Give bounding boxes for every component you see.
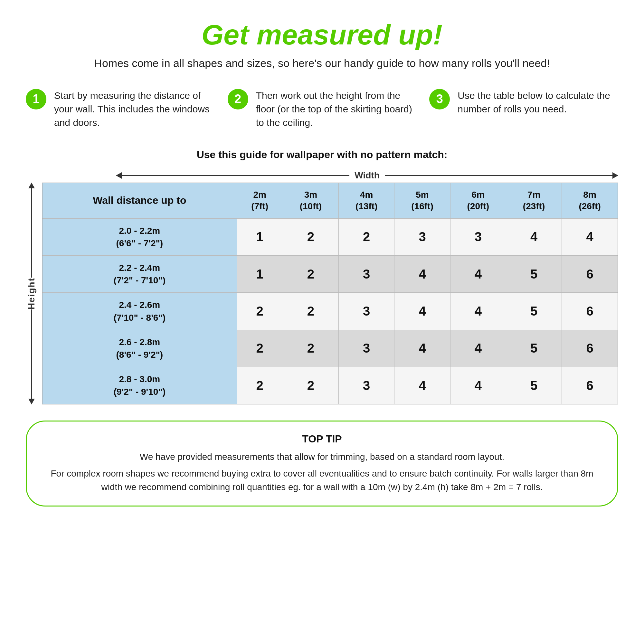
table-header-first: Wall distance up to	[42, 183, 237, 218]
step-2: 2 Then work out the height from the floo…	[228, 89, 417, 129]
cell-row4-col4: 4	[450, 367, 506, 404]
row-header-0: 2.0 - 2.2m(6'6" - 7'2")	[42, 218, 237, 255]
subtitle: Homes come in all shapes and sizes, so h…	[26, 57, 618, 70]
col-main-3: 5m	[416, 190, 429, 200]
col-sub-3: (16ft)	[411, 201, 433, 211]
row-header-2: 2.4 - 2.6m(7'10" - 8'6")	[42, 293, 237, 330]
col-main-0: 2m	[253, 190, 266, 200]
cell-row2-col5: 5	[506, 293, 562, 330]
cell-row4-col6: 6	[562, 367, 618, 404]
steps-container: 1 Start by measuring the distance of you…	[26, 89, 618, 129]
cell-row3-col3: 4	[394, 330, 450, 367]
cell-row1-col6: 6	[562, 255, 618, 292]
col-main-4: 6m	[472, 190, 485, 200]
height-label-col: Height	[26, 183, 42, 405]
main-title: Get measured up!	[26, 19, 618, 51]
table-header-row: Wall distance up to 2m (7ft) 3m (10ft) 4…	[42, 183, 618, 218]
cell-row1-col0: 1	[237, 255, 283, 292]
table-row: 2.6 - 2.8m(8'6" - 9'2")2234456	[42, 330, 618, 367]
cell-row1-col2: 3	[339, 255, 394, 292]
cell-row2-col6: 6	[562, 293, 618, 330]
cell-row3-col2: 3	[339, 330, 394, 367]
col-sub-6: (26ft)	[579, 201, 601, 211]
cell-row1-col1: 2	[283, 255, 338, 292]
height-shaft	[31, 188, 32, 278]
cell-row3-col6: 6	[562, 330, 618, 367]
width-arrow: Width	[116, 170, 618, 181]
cell-row3-col5: 5	[506, 330, 562, 367]
table-header-col-6: 8m (26ft)	[562, 183, 618, 218]
cell-row4-col2: 3	[339, 367, 394, 404]
cell-row1-col3: 4	[394, 255, 450, 292]
arrow-down-icon	[28, 399, 35, 404]
row-header-3: 2.6 - 2.8m(8'6" - 9'2")	[42, 330, 237, 367]
height-label: Height	[26, 278, 37, 309]
col-sub-4: (20ft)	[467, 201, 489, 211]
table-header-col-3: 5m (16ft)	[394, 183, 450, 218]
width-arrow-row: Width	[26, 170, 618, 181]
guide-label: Use this guide for wallpaper with no pat…	[26, 149, 618, 161]
row-header-4: 2.8 - 3.0m(9'2" - 9'10")	[42, 367, 237, 404]
col-main-6: 8m	[583, 190, 596, 200]
table-header-col-0: 2m (7ft)	[237, 183, 283, 218]
tip-text: We have provided measurements that allow…	[46, 450, 598, 494]
cell-row0-col4: 3	[450, 218, 506, 255]
step-1-text: Start by measuring the distance of your …	[54, 89, 215, 129]
table-header-col-1: 3m (10ft)	[283, 183, 338, 218]
cell-row4-col5: 5	[506, 367, 562, 404]
table-wrapper: Height Wall distance up to 2m (7ft) 3m (…	[26, 183, 618, 405]
cell-row2-col3: 4	[394, 293, 450, 330]
step-2-text: Then work out the height from the floor …	[256, 89, 417, 129]
table-row: 2.0 - 2.2m(6'6" - 7'2")1223344	[42, 218, 618, 255]
table-header-col-2: 4m (13ft)	[339, 183, 394, 218]
page: Get measured up! Homes come in all shape…	[26, 19, 618, 507]
cell-row4-col1: 2	[283, 367, 338, 404]
arrow-shaft-2	[385, 175, 612, 176]
cell-row0-col6: 4	[562, 218, 618, 255]
arrow-shaft	[122, 175, 349, 176]
cell-row0-col2: 2	[339, 218, 394, 255]
step-3-text: Use the table below to calculate the num…	[458, 89, 618, 116]
table-header-col-5: 7m (23ft)	[506, 183, 562, 218]
arrow-right-icon	[612, 172, 618, 179]
table-row: 2.8 - 3.0m(9'2" - 9'10")2234456	[42, 367, 618, 404]
table-row: 2.4 - 2.6m(7'10" - 8'6")2234456	[42, 293, 618, 330]
cell-row3-col4: 4	[450, 330, 506, 367]
cell-row4-col3: 4	[394, 367, 450, 404]
cell-row1-col4: 4	[450, 255, 506, 292]
height-arrow: Height	[26, 183, 37, 405]
cell-row0-col3: 3	[394, 218, 450, 255]
cell-row2-col2: 3	[339, 293, 394, 330]
arrow-up-icon	[28, 183, 35, 188]
step-1: 1 Start by measuring the distance of you…	[26, 89, 215, 129]
width-label: Width	[349, 170, 385, 181]
step-1-number: 1	[26, 89, 46, 109]
col-main-5: 7m	[527, 190, 540, 200]
col-sub-5: (23ft)	[523, 201, 545, 211]
cell-row1-col5: 5	[506, 255, 562, 292]
height-shaft-2	[31, 309, 32, 399]
cell-row2-col1: 2	[283, 293, 338, 330]
col-sub-1: (10ft)	[300, 201, 322, 211]
col-main-1: 3m	[304, 190, 317, 200]
tip-line2: For complex room shapes we recommend buy…	[46, 467, 598, 494]
col-main-2: 4m	[360, 190, 373, 200]
tip-box: TOP TIP We have provided measurements th…	[26, 421, 618, 507]
table-header-col-4: 6m (20ft)	[450, 183, 506, 218]
step-2-number: 2	[228, 89, 248, 109]
step-3: 3 Use the table below to calculate the n…	[429, 89, 618, 129]
cell-row0-col0: 1	[237, 218, 283, 255]
cell-row2-col0: 2	[237, 293, 283, 330]
col-sub-0: (7ft)	[251, 201, 268, 211]
cell-row3-col0: 2	[237, 330, 283, 367]
tip-title: TOP TIP	[46, 433, 598, 445]
table-row: 2.2 - 2.4m(7'2" - 7'10")1234456	[42, 255, 618, 292]
cell-row0-col1: 2	[283, 218, 338, 255]
step-3-number: 3	[429, 89, 450, 109]
cell-row4-col0: 2	[237, 367, 283, 404]
row-header-1: 2.2 - 2.4m(7'2" - 7'10")	[42, 255, 237, 292]
col-sub-2: (13ft)	[355, 201, 377, 211]
rolls-table: Wall distance up to 2m (7ft) 3m (10ft) 4…	[42, 183, 618, 405]
arrow-left-icon	[116, 172, 122, 179]
cell-row0-col5: 4	[506, 218, 562, 255]
